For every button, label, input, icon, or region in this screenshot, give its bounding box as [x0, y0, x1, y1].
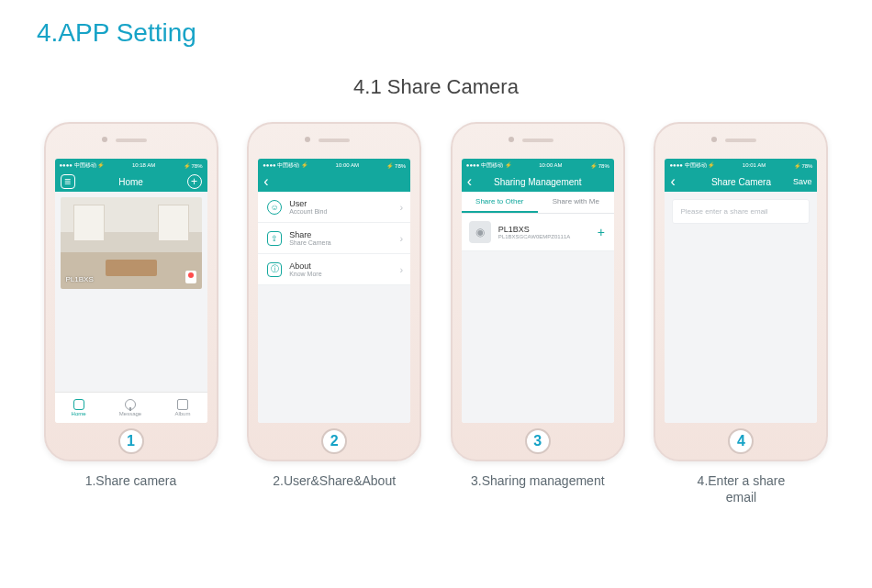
phone-frame: ●●●● 中国移动 ⚡ 10:00 AM ⚡ 78% ☺ User Accoun…	[247, 122, 421, 461]
front-camera-dot	[509, 137, 514, 142]
row-title: About	[289, 261, 321, 271]
home-icon	[73, 399, 84, 410]
share-email-input[interactable]: Please enter a share email	[672, 199, 810, 224]
carrier-label: ●●●● 中国移动 ⚡	[263, 161, 307, 170]
chevron-right-icon: ›	[399, 264, 403, 275]
sub-tabs: Share to Other Share with Me	[462, 192, 614, 214]
section-title: 4.APP Setting	[37, 18, 835, 48]
status-bar: ●●●● 中国移动 ⚡ 10:00 AM ⚡ 78%	[258, 159, 410, 172]
tab-label: Album	[174, 411, 190, 416]
menu-button[interactable]: ≡	[55, 172, 81, 192]
header-title: Sharing Management	[494, 177, 582, 187]
row-subtitle: Account Bind	[289, 208, 327, 215]
battery-label: ⚡ 78%	[794, 162, 813, 169]
settings-list: ☺ User Account Bind › ⇪ Share Share Came…	[258, 192, 410, 423]
front-camera-dot	[102, 137, 107, 142]
back-button[interactable]	[258, 172, 274, 192]
camera-tile[interactable]: PL1BXS	[61, 197, 202, 289]
room-table-icon	[106, 260, 157, 276]
subtab-share-with-me[interactable]: Share with Me	[538, 192, 614, 213]
header-title: Share Camera	[711, 177, 771, 187]
front-camera-dot	[305, 137, 310, 142]
carrier-label: ●●●● 中国移动 ⚡	[60, 161, 105, 170]
device-row[interactable]: ◉ PL1BXS PL1BXSGCAW0EMPZ0111A +	[462, 214, 614, 251]
camera-icon: ◉	[469, 221, 491, 243]
content-area: Share to Other Share with Me ◉ PL1BXS PL…	[462, 192, 614, 423]
row-subtitle: Know More	[289, 271, 321, 277]
message-icon	[125, 399, 136, 410]
phone-frame: ●●●● 中国移动 ⚡ 10:01 AM ⚡ 78% Share Camera …	[654, 122, 828, 461]
carrier-label: ●●●● 中国移动 ⚡	[669, 161, 714, 170]
share-icon: ⇪	[267, 231, 282, 246]
caption: 4.Enter a share email	[698, 472, 786, 505]
tab-home[interactable]: Home	[72, 399, 86, 416]
plus-icon: +	[187, 174, 202, 189]
screen: ●●●● 中国移动 ⚡ 10:00 AM ⚡ 78% Sharing Manag…	[462, 159, 614, 423]
chevron-right-icon: ›	[399, 202, 403, 213]
status-time: 10:18 AM	[132, 162, 155, 168]
front-camera-dot	[711, 137, 717, 142]
menu-icon: ≡	[61, 174, 75, 189]
settings-row-share[interactable]: ⇪ Share Share Camera ›	[258, 223, 410, 254]
tab-label: Home	[72, 411, 86, 416]
row-title: Share	[289, 230, 331, 239]
save-button[interactable]: Save	[788, 172, 818, 192]
tab-message[interactable]: Message	[119, 399, 141, 416]
app-header	[258, 172, 410, 192]
battery-label: ⚡ 78%	[184, 162, 203, 169]
about-icon: ⓘ	[267, 262, 282, 277]
status-time: 10:01 AM	[743, 162, 766, 168]
settings-row-about[interactable]: ⓘ About Know More ›	[258, 254, 410, 285]
phone-2: ●●●● 中国移动 ⚡ 10:00 AM ⚡ 78% ☺ User Accoun…	[240, 122, 429, 505]
alarm-icon	[185, 271, 196, 283]
add-share-button[interactable]: +	[598, 225, 605, 239]
app-header: Share Camera Save	[665, 172, 817, 192]
add-button[interactable]: +	[182, 172, 207, 192]
album-icon	[177, 399, 188, 410]
tab-album[interactable]: Album	[174, 399, 190, 416]
status-bar: ●●●● 中国移动 ⚡ 10:18 AM ⚡ 78%	[55, 159, 207, 172]
battery-label: ⚡ 78%	[386, 162, 406, 169]
row-title: User	[289, 199, 327, 208]
tab-label: Message	[119, 411, 141, 416]
status-bar: ●●●● 中国移动 ⚡ 10:01 AM ⚡ 78%	[665, 159, 817, 172]
content-area: PL1BXS	[55, 192, 207, 392]
app-header: Sharing Management	[462, 172, 614, 192]
tab-bar: Home Message Album	[55, 392, 207, 423]
caption: 1.Share camera	[85, 472, 177, 489]
device-uid: PL1BXSGCAW0EMPZ0111A	[498, 234, 570, 239]
screen: ●●●● 中国移动 ⚡ 10:00 AM ⚡ 78% ☺ User Accoun…	[258, 159, 410, 423]
user-icon: ☺	[267, 200, 282, 215]
section-subtitle: 4.1 Share Camera	[37, 75, 835, 99]
carrier-label: ●●●● 中国移动 ⚡	[466, 161, 511, 170]
phone-1: ●●●● 中国移动 ⚡ 10:18 AM ⚡ 78% ≡ Home +	[37, 122, 225, 505]
phone-3: ●●●● 中国移动 ⚡ 10:00 AM ⚡ 78% Sharing Manag…	[443, 122, 632, 505]
step-badge: 1	[118, 428, 144, 454]
status-time: 10:00 AM	[336, 162, 359, 168]
phone-4: ●●●● 中国移动 ⚡ 10:01 AM ⚡ 78% Share Camera …	[647, 122, 835, 505]
room-window-icon	[73, 205, 105, 241]
phone-frame: ●●●● 中国移动 ⚡ 10:00 AM ⚡ 78% Sharing Manag…	[451, 122, 625, 461]
back-button[interactable]	[665, 172, 680, 192]
save-label: Save	[793, 177, 812, 186]
camera-name-label: PL1BXS	[66, 275, 94, 283]
step-badge: 3	[525, 428, 551, 454]
step-badge: 2	[321, 428, 347, 454]
row-subtitle: Share Camera	[289, 239, 331, 246]
subtab-share-to-other[interactable]: Share to Other	[462, 192, 538, 213]
content-area: Please enter a share email	[665, 192, 817, 423]
phone-frame: ●●●● 中国移动 ⚡ 10:18 AM ⚡ 78% ≡ Home +	[44, 122, 218, 461]
header-title: Home	[118, 177, 143, 187]
step-badge: 4	[728, 428, 754, 454]
battery-label: ⚡ 78%	[590, 162, 609, 169]
screen: ●●●● 中国移动 ⚡ 10:18 AM ⚡ 78% ≡ Home +	[55, 159, 207, 423]
room-window-icon	[158, 205, 189, 241]
app-header: ≡ Home +	[55, 172, 207, 192]
device-name: PL1BXS	[498, 225, 570, 234]
back-button[interactable]	[462, 172, 477, 192]
settings-row-user[interactable]: ☺ User Account Bind ›	[258, 192, 410, 223]
phones-row: ●●●● 中国移动 ⚡ 10:18 AM ⚡ 78% ≡ Home +	[37, 122, 835, 505]
status-bar: ●●●● 中国移动 ⚡ 10:00 AM ⚡ 78%	[462, 159, 614, 172]
caption: 2.User&Share&About	[273, 472, 396, 489]
caption: 3.Sharing management	[471, 472, 605, 489]
